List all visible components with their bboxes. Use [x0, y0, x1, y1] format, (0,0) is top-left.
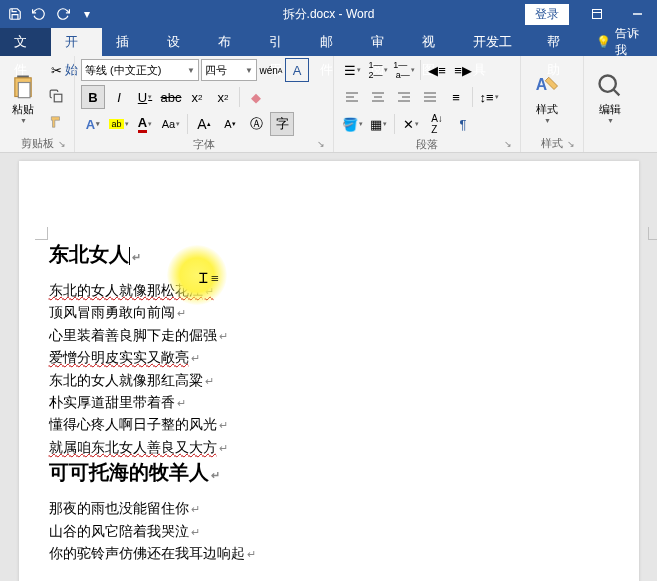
- styles-label: 样式: [536, 102, 558, 117]
- tab-mailings[interactable]: 邮件: [306, 28, 357, 56]
- doc-paragraph[interactable]: 爱憎分明皮实实又敞亮↵: [49, 347, 609, 369]
- group-paragraph-label: 段落: [416, 137, 438, 152]
- styles-launcher-icon[interactable]: ↘: [565, 138, 577, 150]
- minimize-icon[interactable]: [617, 0, 657, 28]
- page[interactable]: Ꮖ ≡ 东北女人↵ 东北的女人就像那松花江↵ 顶风冒雨勇敢向前闯↵ 心里装着善良…: [19, 161, 639, 581]
- shading-icon[interactable]: 🪣▾: [340, 112, 364, 136]
- align-left-icon[interactable]: [340, 85, 364, 109]
- decrease-indent-icon[interactable]: ◀≡: [425, 58, 449, 82]
- doc-paragraph[interactable]: 东北的女人就像那红高粱↵: [49, 370, 609, 392]
- chevron-down-icon: ▼: [20, 117, 27, 124]
- pilcrow-icon: ↵: [132, 251, 141, 263]
- bold-button[interactable]: B: [81, 85, 105, 109]
- doc-paragraph[interactable]: 懂得心疼人啊日子整的风光↵: [49, 414, 609, 436]
- borders-icon[interactable]: ▦▾: [366, 112, 390, 136]
- svg-rect-0: [593, 10, 602, 19]
- paragraph-launcher-icon[interactable]: ↘: [502, 138, 514, 150]
- copy-icon[interactable]: [44, 84, 68, 108]
- font-name-combo[interactable]: 等线 (中文正文)▼: [81, 59, 199, 81]
- undo-icon[interactable]: [28, 3, 50, 25]
- font-size-combo[interactable]: 四号▼: [201, 59, 257, 81]
- text-effects-icon[interactable]: A▾: [81, 112, 105, 136]
- italic-button[interactable]: I: [107, 85, 131, 109]
- lightbulb-icon: 💡: [596, 35, 611, 49]
- align-center-icon[interactable]: [366, 85, 390, 109]
- tab-layout[interactable]: 布局: [204, 28, 255, 56]
- superscript-button[interactable]: x2: [211, 85, 235, 109]
- clear-formatting-icon[interactable]: ◆: [244, 85, 268, 109]
- group-editing-label: [590, 134, 640, 152]
- font-name-value: 等线 (中文正文): [85, 63, 161, 78]
- tab-design[interactable]: 设计: [153, 28, 204, 56]
- bullets-icon[interactable]: ☰▾: [340, 58, 364, 82]
- tab-view[interactable]: 视图: [408, 28, 459, 56]
- svg-rect-5: [18, 83, 30, 98]
- svg-line-21: [614, 90, 620, 96]
- strikethrough-button[interactable]: abc: [159, 85, 183, 109]
- doc-paragraph[interactable]: 朴实厚道甜里带着香↵: [49, 392, 609, 414]
- tab-home[interactable]: 开始: [51, 28, 102, 56]
- subscript-button[interactable]: x2: [185, 85, 209, 109]
- chevron-down-icon: ▼: [544, 117, 551, 124]
- chevron-down-icon: ▼: [245, 66, 253, 75]
- font-color-icon[interactable]: A▾: [133, 112, 157, 136]
- increase-indent-icon[interactable]: ≡▶: [451, 58, 475, 82]
- styles-button[interactable]: A 样式 ▼: [527, 58, 567, 134]
- save-icon[interactable]: [4, 3, 26, 25]
- svg-rect-6: [54, 94, 62, 102]
- tab-insert[interactable]: 插入: [102, 28, 153, 56]
- enclose-character-icon[interactable]: Ⓐ: [244, 112, 268, 136]
- underline-button[interactable]: U▾: [133, 85, 157, 109]
- caret-icon: [129, 247, 130, 265]
- chevron-down-icon: ▼: [607, 117, 614, 124]
- multilevel-list-icon[interactable]: 1— a—▾: [392, 58, 416, 82]
- heading-1[interactable]: 东北女人↵: [49, 241, 609, 268]
- line-spacing-icon[interactable]: ↕≡▾: [477, 85, 501, 109]
- doc-paragraph[interactable]: 东北的女人就像那松花江↵: [49, 280, 609, 302]
- paste-button[interactable]: 粘贴 ▼: [6, 58, 40, 134]
- doc-paragraph[interactable]: 就属咱东北女人善良又大方↵: [49, 437, 609, 459]
- login-button[interactable]: 登录: [525, 4, 569, 25]
- chevron-down-icon: ▼: [187, 66, 195, 75]
- character-shading-icon[interactable]: 字: [270, 112, 294, 136]
- align-right-icon[interactable]: [392, 85, 416, 109]
- tab-references[interactable]: 引用: [255, 28, 306, 56]
- clipboard-launcher-icon[interactable]: ↘: [56, 138, 68, 150]
- grow-font-icon[interactable]: A▴: [192, 112, 216, 136]
- distributed-icon[interactable]: ≡: [444, 85, 468, 109]
- tell-me[interactable]: 💡 告诉我: [584, 28, 657, 56]
- tab-help[interactable]: 帮助: [533, 28, 584, 56]
- tab-developer[interactable]: 开发工具: [459, 28, 533, 56]
- tab-file[interactable]: 文件: [0, 28, 51, 56]
- numbering-icon[interactable]: 1—2—▾: [366, 58, 390, 82]
- character-border-icon[interactable]: A: [285, 58, 309, 82]
- doc-paragraph[interactable]: 那夜的雨也没能留住你↵: [49, 498, 609, 520]
- qat-customize-icon[interactable]: ▾: [76, 3, 98, 25]
- doc-paragraph[interactable]: 你的驼铃声仿佛还在我耳边响起↵: [49, 543, 609, 565]
- ribbon-options-icon[interactable]: [577, 0, 617, 28]
- crop-mark-icon: [648, 227, 658, 240]
- doc-paragraph[interactable]: 顶风冒雨勇敢向前闯↵: [49, 302, 609, 324]
- tell-me-label: 告诉我: [615, 25, 645, 59]
- font-launcher-icon[interactable]: ↘: [315, 138, 327, 150]
- heading-2[interactable]: 可可托海的牧羊人↵: [49, 459, 609, 486]
- show-hide-marks-icon[interactable]: ¶: [451, 112, 475, 136]
- cut-icon[interactable]: ✂: [44, 58, 68, 82]
- asian-layout-icon[interactable]: ✕▾: [399, 112, 423, 136]
- group-styles-label: 样式: [541, 136, 563, 151]
- document-area[interactable]: Ꮖ ≡ 东北女人↵ 东北的女人就像那松花江↵ 顶风冒雨勇敢向前闯↵ 心里装着善良…: [0, 153, 657, 581]
- highlight-icon[interactable]: ab▾: [107, 112, 131, 136]
- shrink-font-icon[interactable]: A▾: [218, 112, 242, 136]
- doc-paragraph[interactable]: 心里装着善良脚下走的倔强↵: [49, 325, 609, 347]
- phonetic-guide-icon[interactable]: wénA: [259, 58, 283, 82]
- editing-button[interactable]: 编辑 ▼: [590, 58, 630, 134]
- font-size-value: 四号: [205, 63, 227, 78]
- svg-point-20: [600, 76, 616, 92]
- justify-icon[interactable]: [418, 85, 442, 109]
- tab-review[interactable]: 审阅: [357, 28, 408, 56]
- sort-icon[interactable]: A↓Z: [425, 112, 449, 136]
- change-case-icon[interactable]: Aa▾: [159, 112, 183, 136]
- format-painter-icon[interactable]: [44, 110, 68, 134]
- doc-paragraph[interactable]: 山谷的风它陪着我哭泣↵: [49, 521, 609, 543]
- redo-icon[interactable]: [52, 3, 74, 25]
